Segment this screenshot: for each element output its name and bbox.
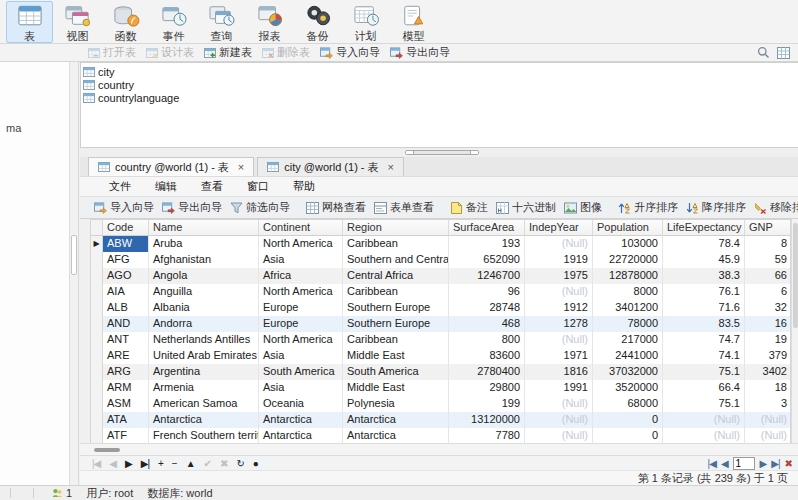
close-pager-button[interactable]: ✖	[785, 458, 792, 469]
table-row[interactable]: AREUnited Arab EmiratesAsiaMiddle East83…	[91, 348, 790, 364]
grid-cell[interactable]: 22720000	[593, 252, 663, 268]
toolbar-button-form-view[interactable]: 表单查看	[370, 198, 438, 217]
grid-cell[interactable]: 1919	[525, 252, 593, 268]
grid-cell[interactable]: 66.4	[663, 380, 745, 396]
grid-cell[interactable]: Southern Europe	[343, 300, 449, 316]
ribbon-button-event-big[interactable]: 事件	[150, 1, 197, 43]
edit-record-button[interactable]: ▲	[186, 458, 195, 469]
grid-cell[interactable]: 66	[745, 268, 791, 284]
table-row[interactable]: AGOAngolaAfricaCentral Africa12467001975…	[91, 268, 790, 284]
grid-cell[interactable]: 37032000	[593, 364, 663, 380]
column-header-population[interactable]: Population	[593, 220, 663, 236]
grid-cell[interactable]: 18	[745, 380, 791, 396]
page-number-input[interactable]	[733, 457, 755, 470]
grid-cell[interactable]: 2441000	[593, 348, 663, 364]
grid-cell[interactable]: AIA	[103, 284, 149, 300]
grid-cell[interactable]: Antarctica	[259, 412, 343, 428]
last-page-button[interactable]: ▶|	[771, 458, 779, 469]
grid-cell[interactable]: Argentina	[149, 364, 259, 380]
refresh-button[interactable]: ↻	[236, 458, 243, 469]
grid-cell[interactable]: Europe	[259, 300, 343, 316]
grid-cell[interactable]: (Null)	[745, 428, 791, 443]
grid-cell[interactable]: Caribbean	[343, 236, 449, 252]
grid-cell[interactable]: 199	[449, 396, 525, 412]
grid-cell[interactable]: Albania	[149, 300, 259, 316]
grid-cell[interactable]: 103000	[593, 236, 663, 252]
toolbar-button-grid-view[interactable]: 网格查看	[302, 198, 370, 217]
toolbar-button-export-wizard[interactable]: 导出向导	[158, 198, 226, 217]
grid-cell[interactable]: 78.4	[663, 236, 745, 252]
grid-cell[interactable]: AND	[103, 316, 149, 332]
grid-vertical-scrollbar[interactable]	[791, 219, 798, 443]
grid-cell[interactable]: North America	[259, 236, 343, 252]
ribbon-button-function-big[interactable]: 函数	[102, 1, 149, 43]
grid-cell[interactable]: 13120000	[449, 412, 525, 428]
grid-cell[interactable]: Asia	[259, 348, 343, 364]
sidebar-scrollbar-thumb[interactable]	[71, 235, 77, 275]
menu-item-2[interactable]: 查看	[189, 177, 235, 196]
grid-cell[interactable]: (Null)	[525, 412, 593, 428]
grid-cell[interactable]: (Null)	[525, 396, 593, 412]
next-page-button[interactable]: ▶	[760, 458, 767, 469]
grid-cell[interactable]: ARG	[103, 364, 149, 380]
tab-city[interactable]: city @world (1) - 表×	[257, 157, 404, 176]
grid-cell[interactable]: 45.9	[663, 252, 745, 268]
column-header-gnp[interactable]: GNP	[745, 220, 791, 236]
grid-cell[interactable]: 19	[745, 332, 791, 348]
grid-cell[interactable]: North America	[259, 332, 343, 348]
toolbar-button-memo[interactable]: 备注	[446, 198, 492, 217]
toolbar-button-sort-asc[interactable]: 升序排序	[614, 198, 682, 217]
table-row[interactable]: AIAAnguillaNorth AmericaCaribbean96(Null…	[91, 284, 790, 300]
grid-cell[interactable]: Afghanistan	[149, 252, 259, 268]
grid-cell[interactable]: 0	[593, 428, 663, 443]
grid-cell[interactable]: 1912	[525, 300, 593, 316]
toolbar-button-import-wizard[interactable]: 导入向导	[320, 45, 380, 60]
grid-cell[interactable]: 379	[745, 348, 791, 364]
grid-cell[interactable]: 0	[593, 412, 663, 428]
grid-cell[interactable]: 1991	[525, 380, 593, 396]
menu-item-0[interactable]: 文件	[97, 177, 143, 196]
menu-item-4[interactable]: 帮助	[281, 177, 327, 196]
grid-cell[interactable]: 6	[745, 284, 791, 300]
grid-cell[interactable]: 12878000	[593, 268, 663, 284]
object-list-item-countrylanguage[interactable]: countrylanguage	[83, 91, 798, 104]
grid-cell[interactable]: 16	[745, 316, 791, 332]
grid-cell[interactable]: South America	[343, 364, 449, 380]
ribbon-button-query-big[interactable]: 查询	[198, 1, 245, 43]
grid-cell[interactable]: United Arab Emirates	[149, 348, 259, 364]
grid-cell[interactable]: (Null)	[525, 236, 593, 252]
grid-cell[interactable]: 1975	[525, 268, 593, 284]
toolbar-button-import-wizard[interactable]: 导入向导	[90, 198, 158, 217]
ribbon-button-table-big[interactable]: 表	[6, 1, 53, 43]
grid-cell[interactable]: 8	[745, 236, 791, 252]
grid-cell[interactable]: 75.1	[663, 396, 745, 412]
grid-cell[interactable]: 1278	[525, 316, 593, 332]
column-header-indepyear[interactable]: IndepYear	[525, 220, 593, 236]
grid-cell[interactable]: AGO	[103, 268, 149, 284]
table-row[interactable]: ANDAndorraEuropeSouthern Europe468127878…	[91, 316, 790, 332]
grid-cell[interactable]: 83600	[449, 348, 525, 364]
grid-cell[interactable]: 28748	[449, 300, 525, 316]
scrollbar-right-cap[interactable]	[470, 151, 478, 154]
grid-cell[interactable]: Asia	[259, 252, 343, 268]
grid-cell[interactable]: 800	[449, 332, 525, 348]
grid-cell[interactable]: ANT	[103, 332, 149, 348]
grid-cell[interactable]: 8000	[593, 284, 663, 300]
first-page-button[interactable]: |◀	[708, 458, 716, 469]
grid-cell[interactable]: AFG	[103, 252, 149, 268]
grid-cell[interactable]: Antarctica	[259, 428, 343, 443]
column-header-code[interactable]: Code	[103, 220, 149, 236]
grid-cell[interactable]: 217000	[593, 332, 663, 348]
grid-cell[interactable]: 3401200	[593, 300, 663, 316]
grid-cell[interactable]: 1246700	[449, 268, 525, 284]
search-icon[interactable]	[757, 46, 770, 59]
grid-cell[interactable]: 3402	[745, 364, 791, 380]
grid-cell[interactable]: 78000	[593, 316, 663, 332]
toolbar-button-hex[interactable]: 十六进制	[492, 198, 560, 217]
grid-toggle-icon[interactable]	[777, 47, 790, 59]
table-row[interactable]: ARMArmeniaAsiaMiddle East298001991352000…	[91, 380, 790, 396]
grid-cell[interactable]: ASM	[103, 396, 149, 412]
column-header-continent[interactable]: Continent	[259, 220, 343, 236]
grid-cell[interactable]: ARM	[103, 380, 149, 396]
grid-cell[interactable]: Caribbean	[343, 284, 449, 300]
